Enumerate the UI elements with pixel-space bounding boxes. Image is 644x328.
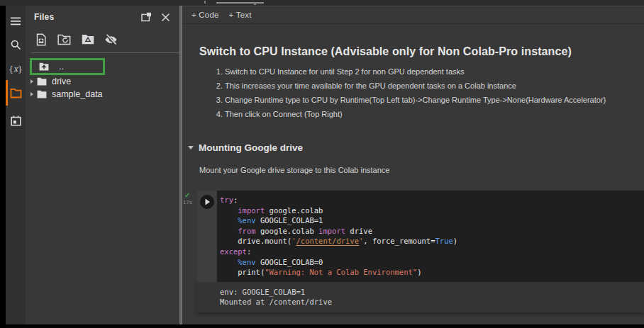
notebook-toolbar: + Code + Text: [182, 6, 644, 24]
expand-caret-icon[interactable]: [30, 79, 33, 84]
files-panel-header: Files: [26, 6, 179, 28]
section-description: Mount your Google drive storage to this …: [199, 165, 627, 175]
execution-info: ✓ 17s: [182, 191, 197, 282]
section-title: Mounting Google drive: [199, 142, 303, 153]
output-line: env: GOOGLE_COLAB=1: [220, 287, 638, 298]
folder-icon: [37, 77, 47, 86]
search-icon[interactable]: [8, 38, 23, 52]
files-icon[interactable]: [8, 86, 23, 100]
cutoff-header-strip: [0, 0, 644, 6]
markdown-list-item: Switch to CPU Instance for until Step 2 …: [225, 67, 637, 77]
expand-caret-icon[interactable]: [30, 92, 33, 96]
left-icon-rail: {x}: [6, 6, 26, 324]
add-code-button[interactable]: + Code: [191, 11, 219, 19]
file-tree: .. drive sample_data: [26, 57, 179, 101]
header-fragment: [254, 3, 256, 5]
cell-gutter: [197, 191, 217, 282]
code-editor[interactable]: try: import google.colab %env GOOGLE_COL…: [217, 191, 644, 282]
variables-icon[interactable]: {x}: [8, 62, 23, 76]
refresh-folder-icon[interactable]: [57, 33, 71, 46]
run-cell-button[interactable]: [200, 195, 214, 209]
window-left-edge: [0, 6, 6, 324]
execution-success-icon: ✓: [184, 191, 197, 199]
folder-up-icon: [39, 62, 49, 71]
folder-icon: [37, 90, 47, 98]
main-row: {x} Files: [0, 6, 644, 324]
output-line: Mounted at /content/drive: [220, 297, 638, 307]
toggle-hidden-files-icon[interactable]: [104, 33, 118, 46]
cell-output: env: GOOGLE_COLAB=1 Mounted at /content/…: [197, 282, 644, 312]
files-panel: Files: [26, 6, 179, 324]
markdown-heading: Switch to CPU Instance (Advisable only f…: [199, 45, 627, 58]
notebook-body: Switch to CPU Instance (Advisable only f…: [182, 24, 644, 324]
markdown-list-item: This increases your time available for t…: [225, 81, 637, 91]
add-text-button[interactable]: + Text: [229, 11, 252, 19]
markdown-list: Switch to CPU Instance for until Step 2 …: [199, 67, 637, 119]
file-tree-up-row[interactable]: ..: [30, 58, 105, 75]
file-tree-item-label: drive: [52, 77, 71, 86]
markdown-list-item: Change Runtime type to CPU by Runtime(To…: [225, 95, 637, 105]
colab-window: {x} Files: [0, 0, 644, 328]
upload-file-icon[interactable]: [34, 33, 48, 46]
header-underline-fragment: [216, 2, 264, 4]
markdown-list-item: Then click on Connect (Top Right): [225, 109, 637, 119]
execution-time: 17s: [183, 199, 197, 206]
file-tree-item-drive[interactable]: drive: [26, 75, 179, 88]
close-panel-icon[interactable]: [160, 11, 171, 23]
file-tree-up-label: ..: [59, 62, 64, 72]
header-fragment: [204, 1, 206, 4]
open-in-new-panel-icon[interactable]: [140, 11, 152, 23]
panel-divider: [31, 52, 179, 53]
code-snippets-icon[interactable]: [8, 113, 23, 128]
files-panel-toolbar: [26, 28, 179, 51]
code-cell-row: ✓ 17s try: import google.colab %env GOOG…: [182, 191, 644, 282]
code-cell: try: import google.colab %env GOOGLE_COL…: [197, 191, 644, 282]
file-tree-item-label: sample_data: [52, 89, 103, 99]
window-bottom-edge: [0, 324, 644, 328]
notebook-content: + Code + Text Switch to CPU Instance (Ad…: [182, 6, 644, 324]
file-tree-item-sample-data[interactable]: sample_data: [26, 88, 179, 101]
table-of-contents-icon[interactable]: [8, 14, 23, 28]
collapse-section-icon[interactable]: [188, 146, 194, 149]
mount-drive-icon[interactable]: [81, 33, 94, 46]
section-header: Mounting Google drive: [188, 142, 627, 154]
files-panel-title: Files: [34, 12, 140, 22]
